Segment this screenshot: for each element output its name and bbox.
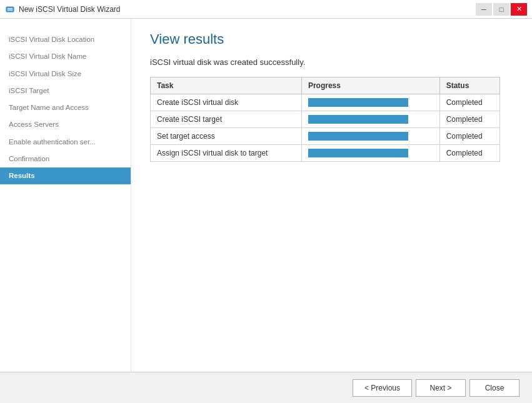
progress-bar-container <box>308 98 408 107</box>
progress-bar-container <box>308 115 408 124</box>
sidebar-item-enable-auth[interactable]: Enable authentication ser... <box>0 134 131 151</box>
status-cell: Completed <box>439 111 499 128</box>
wizard-window: iSCSI Virtual Disk Location iSCSI Virtua… <box>0 19 532 403</box>
app-icon <box>5 4 15 14</box>
progress-bar-container <box>308 132 408 141</box>
sidebar-item-confirmation[interactable]: Confirmation <box>0 151 131 167</box>
table-row: Create iSCSI virtual diskCompleted <box>151 94 500 111</box>
status-cell: Completed <box>439 94 499 111</box>
progress-bar-fill <box>308 149 408 157</box>
sidebar-item-access-servers[interactable]: Access Servers <box>0 116 131 133</box>
next-button[interactable]: Next > <box>416 379 466 397</box>
svg-rect-0 <box>6 7 14 12</box>
svg-rect-2 <box>8 9 13 11</box>
minimize-button[interactable]: ─ <box>476 3 492 16</box>
sidebar-item-iscsi-disk-size[interactable]: iSCSI Virtual Disk Size <box>0 66 131 82</box>
close-button[interactable]: Close <box>469 379 519 397</box>
progress-cell <box>301 128 439 145</box>
progress-cell <box>301 94 439 111</box>
wizard-body: iSCSI Virtual Disk Location iSCSI Virtua… <box>0 19 532 372</box>
title-bar: New iSCSI Virtual Disk Wizard ─ □ ✕ <box>0 0 532 19</box>
table-row: Create iSCSI targetCompleted <box>151 111 500 128</box>
title-bar-left: New iSCSI Virtual Disk Wizard <box>5 4 120 14</box>
progress-cell <box>301 145 439 162</box>
col-header-status: Status <box>439 77 499 94</box>
previous-button[interactable]: < Previous <box>353 379 412 397</box>
progress-bar-fill <box>308 115 408 124</box>
window-title: New iSCSI Virtual Disk Wizard <box>19 5 120 14</box>
task-cell: Assign iSCSI virtual disk to target <box>151 145 302 162</box>
task-cell: Create iSCSI target <box>151 111 302 128</box>
close-window-button[interactable]: ✕ <box>511 3 527 16</box>
restore-button[interactable]: □ <box>493 3 509 16</box>
progress-bar-container <box>308 149 408 157</box>
col-header-progress: Progress <box>301 77 439 94</box>
status-cell: Completed <box>439 145 499 162</box>
content-area: View results iSCSI virtual disk was crea… <box>131 19 532 372</box>
progress-bar-fill <box>308 132 408 141</box>
table-row: Assign iSCSI virtual disk to targetCompl… <box>151 145 500 162</box>
col-header-task: Task <box>151 77 302 94</box>
results-table: Task Progress Status Create iSCSI virtua… <box>150 77 500 162</box>
task-cell: Set target access <box>151 128 302 145</box>
success-message: iSCSI virtual disk was created successfu… <box>150 57 513 67</box>
sidebar-item-target-name-access[interactable]: Target Name and Access <box>0 99 131 116</box>
window-controls: ─ □ ✕ <box>476 3 527 16</box>
sidebar-item-results[interactable]: Results <box>0 167 131 184</box>
task-cell: Create iSCSI virtual disk <box>151 94 302 111</box>
sidebar-item-iscsi-disk-name[interactable]: iSCSI Virtual Disk Name <box>0 48 131 65</box>
page-title: View results <box>150 31 513 47</box>
wizard-footer: < Previous Next > Close <box>0 372 532 403</box>
progress-bar-fill <box>308 98 408 107</box>
status-cell: Completed <box>439 128 499 145</box>
progress-cell <box>301 111 439 128</box>
table-row: Set target accessCompleted <box>151 128 500 145</box>
sidebar-item-iscsi-disk-location[interactable]: iSCSI Virtual Disk Location <box>0 31 131 48</box>
sidebar: iSCSI Virtual Disk Location iSCSI Virtua… <box>0 19 131 372</box>
sidebar-item-iscsi-target[interactable]: iSCSI Target <box>0 82 131 99</box>
svg-rect-1 <box>8 8 13 9</box>
